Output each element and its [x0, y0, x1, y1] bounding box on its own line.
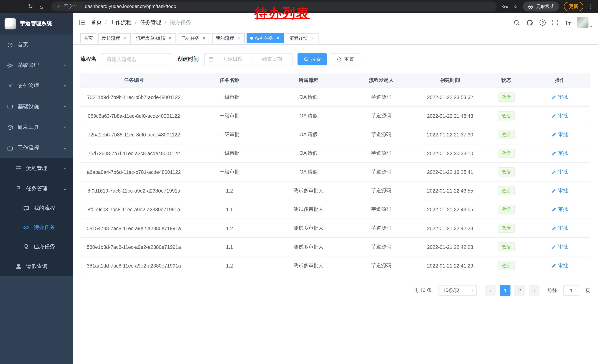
cell-task-name: 1.2: [187, 219, 272, 237]
sidebar-item-done-tasks[interactable]: 已办任务: [0, 237, 73, 256]
approve-link[interactable]: 审批: [551, 262, 568, 269]
browser-reload-button[interactable]: ↻: [26, 2, 35, 11]
pagination: 共 16 条 10条/页 ▾ ‹ 1 2 › 前往 页: [80, 285, 590, 296]
fullscreen-icon[interactable]: [552, 19, 558, 25]
browser-forward-button[interactable]: →: [15, 2, 25, 11]
total-count: 共 16 条: [414, 287, 432, 294]
tab-todo-tasks[interactable]: 待办任务 ×: [247, 33, 284, 43]
sidebar-item-my-process[interactable]: 我的流程: [0, 199, 73, 218]
reset-button[interactable]: 重置: [331, 53, 360, 65]
cell-process: 测试多审批人: [272, 219, 346, 237]
breadcrumb-item[interactable]: 工作流程: [110, 19, 132, 26]
address-bar[interactable]: ⚠ 不安全 | dashboard.yudao.iocoder.cn/bpm/t…: [51, 1, 497, 11]
search-icon[interactable]: [514, 19, 520, 26]
cell-process: 测试多审批人: [272, 256, 346, 275]
sidebar-item-leave-query[interactable]: 请假查询: [0, 256, 73, 276]
menu-label: 请假查询: [26, 263, 47, 270]
process-name-input[interactable]: [102, 53, 171, 65]
app-logo-row[interactable]: 芋道管理系统: [0, 13, 73, 34]
user-menu[interactable]: ▾: [577, 17, 592, 28]
cell-created: 2022-01-21 22:43:55: [417, 200, 483, 219]
edit-icon: [551, 263, 556, 268]
cell-task-id: 381aa1dd-7ac8-11ec-a9e2-a2380e71991a: [80, 256, 187, 275]
tab-home[interactable]: 首页: [80, 33, 96, 43]
help-icon[interactable]: ?: [540, 19, 546, 25]
bookmark-star-icon[interactable]: ☆: [513, 4, 518, 10]
table-row: 73211d9d-7b9b-11ec-b5b7-acde48001122 一级审…: [80, 88, 590, 107]
range-separator: -: [252, 56, 253, 62]
update-button[interactable]: 更新: [564, 2, 583, 11]
sidebar-item-task-management[interactable]: 任务管理 ▴: [0, 178, 73, 199]
browser-home-button[interactable]: ⌂: [37, 2, 46, 11]
collapse-sidebar-icon[interactable]: [79, 19, 86, 26]
date-range-picker[interactable]: 开始日期 - 结束日期: [204, 53, 293, 65]
next-page-button[interactable]: ›: [529, 285, 540, 296]
sidebar: 芋道管理系统 首页 系统管理 ▾ ¥ 支付管理 ▾ 基础设施 ▾: [0, 13, 73, 364]
browser-back-button[interactable]: ←: [5, 2, 14, 11]
close-icon[interactable]: ×: [236, 36, 241, 41]
menu-label: 任务管理: [26, 185, 47, 192]
tab-my-process[interactable]: 我的流程 ×: [212, 33, 245, 43]
cell-actions: 审批: [529, 163, 590, 181]
sidebar-item-system[interactable]: 系统管理 ▾: [0, 55, 73, 75]
key-icon[interactable]: [502, 4, 508, 9]
approve-link[interactable]: 审批: [551, 206, 568, 213]
sidebar-item-workflow[interactable]: 工作流程 ▴: [0, 138, 73, 158]
approve-link[interactable]: 审批: [551, 94, 568, 101]
cell-task-id: 75d72608-7b7f-11ec-a3c8-acde48001122: [80, 144, 187, 162]
column-header: 操作: [529, 73, 590, 87]
tab-done-tasks[interactable]: 已办任务 ×: [178, 33, 210, 43]
sidebar-item-payment[interactable]: ¥ 支付管理 ▾: [0, 76, 73, 96]
cell-status: 激活: [483, 163, 529, 181]
close-icon[interactable]: ×: [310, 36, 315, 41]
github-icon[interactable]: [527, 19, 533, 26]
cell-created: 2022-01-22 21:37:30: [417, 125, 483, 144]
tab-process-detail[interactable]: 流程详情 ×: [286, 33, 318, 43]
cell-actions: 审批: [529, 219, 590, 237]
cell-task-name: 一级审批: [187, 107, 272, 125]
medal-icon: [23, 244, 29, 249]
approve-link[interactable]: 审批: [551, 169, 568, 175]
search-button[interactable]: 搜索: [298, 53, 327, 65]
incognito-icon: [528, 4, 533, 9]
page-size-select[interactable]: 10条/页 ▾: [439, 285, 477, 296]
column-header: 任务编号: [80, 73, 187, 87]
table-row: a6aba0a4-7b6d-11ec-b781-acde48001122 一级审…: [80, 163, 590, 181]
sidebar-item-infrastructure[interactable]: 基础设施 ▾: [0, 96, 73, 117]
browser-chrome: ← → ↻ ⌂ ⚠ 不安全 | dashboard.yudao.iocoder.…: [0, 0, 598, 13]
main-area: 首页 / 工作流程 / 任务管理 / 待办任务 ?: [73, 13, 598, 364]
tab-form-edit[interactable]: 流程表单-编辑 ×: [133, 33, 176, 43]
page-number-button[interactable]: 2: [514, 285, 525, 296]
goto-page-input[interactable]: [563, 285, 579, 296]
menu-label: 流程管理: [26, 165, 47, 172]
close-icon[interactable]: ×: [122, 36, 127, 41]
sidebar-item-todo-tasks[interactable]: 待办任务: [0, 218, 73, 237]
close-icon[interactable]: ×: [201, 36, 207, 41]
cell-initiator: 芋道源码: [346, 219, 417, 237]
dashboard-icon: [7, 42, 13, 48]
edit-icon: [551, 132, 556, 137]
approve-link[interactable]: 审批: [551, 112, 568, 119]
approve-link[interactable]: 审批: [551, 150, 568, 157]
breadcrumb-item[interactable]: 首页: [91, 19, 102, 26]
approve-link[interactable]: 审批: [551, 225, 568, 232]
chevron-down-icon: ▾: [64, 166, 66, 170]
status-badge: 激活: [498, 205, 515, 214]
sidebar-item-process-management[interactable]: 流程管理 ▾: [0, 158, 73, 178]
close-icon[interactable]: ×: [167, 36, 173, 41]
tab-start-process[interactable]: 发起流程 ×: [98, 33, 131, 43]
browser-menu-icon[interactable]: ⋮: [588, 4, 593, 10]
sidebar-item-home[interactable]: 首页: [0, 34, 73, 55]
sidebar-item-devtools[interactable]: 研发工具 ▾: [0, 117, 73, 138]
page-number-button[interactable]: 1: [500, 285, 511, 296]
approve-link[interactable]: 审批: [551, 131, 568, 138]
breadcrumb-separator: /: [135, 19, 136, 25]
breadcrumb-item[interactable]: 任务管理: [140, 19, 161, 26]
prev-page-button[interactable]: ‹: [485, 285, 496, 296]
approve-link[interactable]: 审批: [551, 243, 568, 250]
close-icon[interactable]: ×: [275, 36, 281, 41]
cell-initiator: 芋道源码: [346, 88, 417, 106]
font-size-icon[interactable]: TT: [565, 20, 571, 25]
approve-link[interactable]: 审批: [551, 187, 568, 194]
cell-status: 激活: [483, 256, 529, 275]
